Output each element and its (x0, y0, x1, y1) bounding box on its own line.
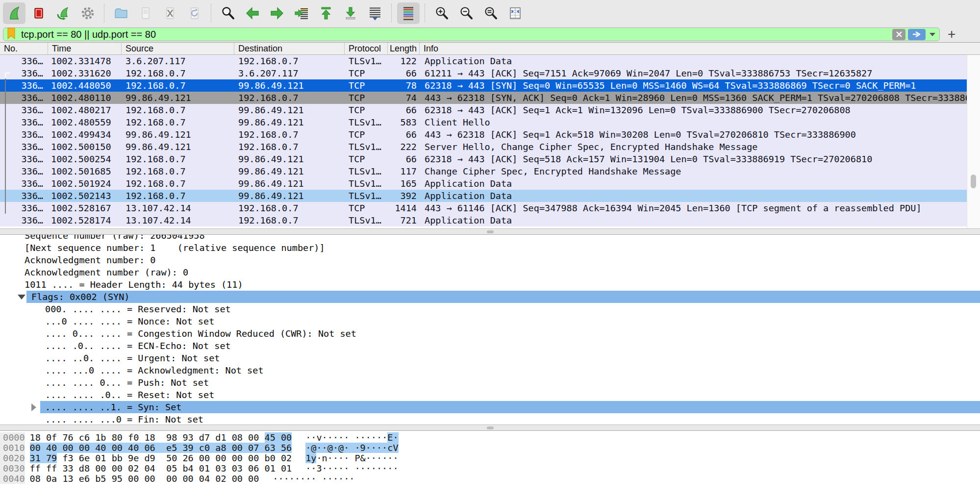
detail-line[interactable]: 000. .... .... = Reserved: Not set (0, 303, 980, 315)
packet-row[interactable]: 336…1002.331620192.168.0.73.6.207.117TCP… (0, 67, 980, 79)
detail-line[interactable]: .... ..0. .... = Urgent: Not set (0, 352, 980, 364)
packet-cell-src: 192.168.0.7 (122, 104, 234, 116)
packet-cell-dst: 99.86.49.121 (234, 165, 345, 177)
detail-line[interactable]: [Next sequence number: 1 (relative seque… (0, 242, 980, 254)
colored-lines-icon (401, 6, 416, 21)
open-file-button[interactable] (110, 2, 132, 24)
pane-splitter-top[interactable] (0, 228, 980, 235)
column-header-info[interactable]: Info (420, 43, 980, 54)
hex-ascii: 1y·n···· P&······ (305, 453, 398, 463)
packet-row[interactable]: 336…1002.480217192.168.0.799.86.49.121TC… (0, 104, 980, 116)
column-header-time[interactable]: Time (48, 43, 122, 54)
packet-row[interactable]: 336…1002.500254192.168.0.799.86.49.121TC… (0, 153, 980, 165)
conversation-bracket-line (5, 78, 6, 214)
packet-cell-len: 222 (388, 141, 420, 153)
splitter-handle[interactable] (487, 230, 494, 233)
stop-icon (31, 6, 46, 21)
magnifier-minus-icon (459, 6, 474, 21)
detail-line[interactable]: .... .... ..1. = Syn: Set (0, 401, 980, 413)
splitter-handle[interactable] (487, 426, 494, 429)
detail-line[interactable]: Sequence number (raw): 2665041958 (0, 235, 980, 242)
close-file-button[interactable] (159, 2, 181, 24)
column-header-no[interactable]: No. (0, 43, 48, 54)
expand-triangle-right-icon[interactable] (31, 403, 36, 411)
filter-add-button[interactable]: + (948, 27, 955, 41)
hex-row[interactable]: 000018 0f 76 c6 1b 80 f0 18 98 93 d7 d1 … (0, 432, 980, 443)
detail-line[interactable]: Acknowledgment number (raw): 0 (0, 266, 980, 278)
packet-row[interactable]: 336…1002.448050192.168.0.799.86.49.121TC… (0, 79, 980, 92)
auto-scroll-button[interactable] (364, 2, 386, 24)
filter-text[interactable]: tcp.port == 80 || udp.port == 80 (21, 29, 892, 40)
go-to-top-button[interactable] (315, 2, 337, 24)
packet-cell-len: 1414 (388, 202, 420, 214)
pane-splitter-bottom[interactable] (0, 424, 980, 431)
hex-offset: 0010 (0, 443, 25, 453)
packet-row[interactable]: 336…1002.3314783.6.207.117192.168.0.7TLS… (0, 55, 980, 67)
packet-cell-len: 66 (388, 104, 420, 116)
filter-clear-button[interactable] (892, 29, 905, 40)
go-back-button[interactable] (241, 2, 264, 24)
colorize-packets-button[interactable] (397, 2, 420, 24)
restart-capture-button[interactable] (52, 2, 75, 24)
packet-row[interactable]: 336…1002.480559192.168.0.799.86.49.121TL… (0, 116, 980, 128)
bookmark-icon[interactable] (6, 27, 16, 42)
go-to-bottom-button[interactable] (339, 2, 362, 24)
scrollbar-thumb[interactable] (971, 175, 976, 188)
hex-row[interactable]: 001000 40 00 00 40 00 40 06 e5 39 c0 a8 … (0, 443, 980, 453)
hex-row[interactable]: 0030ff ff 33 d8 00 00 02 04 05 b4 01 03 … (0, 463, 980, 474)
detail-line[interactable]: .... ...0 .... = Acknowledgment: Not set (0, 364, 980, 376)
find-packet-button[interactable] (217, 2, 239, 24)
packet-cell-src: 99.86.49.121 (122, 92, 234, 104)
detail-line[interactable]: .... .... .0.. = Reset: Not set (0, 389, 980, 401)
column-header-destination[interactable]: Destination (234, 43, 345, 54)
packet-row[interactable]: 336…1002.501685192.168.0.799.86.49.121TL… (0, 165, 980, 177)
column-header-length[interactable]: Length (388, 43, 420, 54)
packet-cell-no: 336… (0, 116, 48, 128)
zoom-in-button[interactable] (430, 2, 453, 24)
hex-row[interactable]: 002031 79 f3 6e 01 bb 9e d9 50 26 00 00 … (0, 453, 980, 463)
expand-triangle-down-icon[interactable] (18, 295, 25, 299)
packet-cell-time: 1002.528174 (48, 214, 122, 226)
magnifier-icon (221, 6, 235, 21)
packet-cell-dst: 192.168.0.7 (234, 202, 345, 214)
filter-apply-button[interactable] (908, 29, 926, 40)
packet-row[interactable]: 336…1002.48011099.86.49.121192.168.0.7TC… (0, 92, 980, 104)
packet-row[interactable]: 336…1002.50015099.86.49.121192.168.0.7TL… (0, 141, 980, 153)
go-forward-button[interactable] (266, 2, 288, 24)
detail-line[interactable]: .... .... 0... = Push: Not set (0, 376, 980, 389)
detail-line[interactable]: ...0 .... .... = Nonce: Not set (0, 315, 980, 327)
column-header-source[interactable]: Source (122, 43, 234, 54)
capture-options-button[interactable] (76, 2, 99, 24)
packet-cell-dst: 192.168.0.7 (234, 214, 345, 226)
packet-cell-time: 1002.502143 (48, 190, 122, 202)
save-file-button[interactable] (134, 2, 157, 24)
packet-cell-len: 165 (388, 177, 420, 190)
packet-row[interactable]: 336…1002.502143192.168.0.799.86.49.121TL… (0, 190, 980, 202)
detail-line[interactable]: .... .0.. .... = ECN-Echo: Not set (0, 340, 980, 352)
reload-file-button[interactable] (183, 2, 206, 24)
detail-line[interactable]: 1011 .... = Header Length: 44 bytes (11) (0, 278, 980, 291)
detail-line[interactable]: .... 0... .... = Congestion Window Reduc… (0, 327, 980, 340)
stop-capture-button[interactable] (27, 2, 50, 24)
start-capture-button[interactable] (3, 2, 25, 24)
detail-line[interactable]: .... .... ...0 = Fin: Not set (0, 413, 980, 424)
hex-offset: 0040 (0, 474, 25, 484)
zoom-100-button[interactable] (479, 2, 502, 24)
packet-row[interactable]: 336…1002.501924192.168.0.799.86.49.121TL… (0, 177, 980, 190)
hex-row[interactable]: 004008 0a 13 e6 b5 95 00 00 00 00 04 02 … (0, 474, 980, 484)
detail-line-text: .... .... .0.. = Reset: Not set (0, 389, 214, 401)
display-filter-input[interactable]: tcp.port == 80 || udp.port == 80 (3, 27, 940, 41)
packet-cell-src: 99.86.49.121 (122, 141, 234, 153)
packet-row[interactable]: 336…1002.52817413.107.42.14192.168.0.7TL… (0, 214, 980, 226)
resize-columns-button[interactable] (504, 2, 527, 24)
detail-line[interactable]: Flags: 0x002 (SYN) (0, 291, 980, 303)
zoom-out-button[interactable] (455, 2, 477, 24)
detail-line[interactable]: Acknowledgment number: 0 (0, 254, 980, 266)
packet-row[interactable]: 336…1002.49943499.86.49.121192.168.0.7TC… (0, 128, 980, 141)
packet-row[interactable]: 336…1002.52816713.107.42.14192.168.0.7TC… (0, 202, 980, 214)
packet-list-header: No.TimeSourceDestinationProtocolLengthIn… (0, 42, 980, 55)
go-to-packet-button[interactable] (290, 2, 313, 24)
column-header-protocol[interactable]: Protocol (345, 43, 388, 54)
filter-dropdown-caret[interactable] (930, 33, 935, 36)
packet-list-scrollbar[interactable] (967, 55, 980, 228)
